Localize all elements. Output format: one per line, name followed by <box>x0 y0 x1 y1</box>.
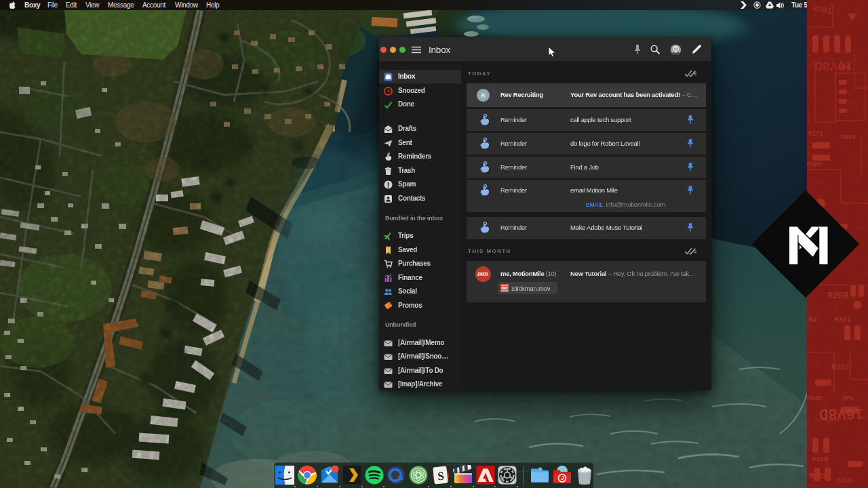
svg-text:S: S <box>437 470 444 483</box>
